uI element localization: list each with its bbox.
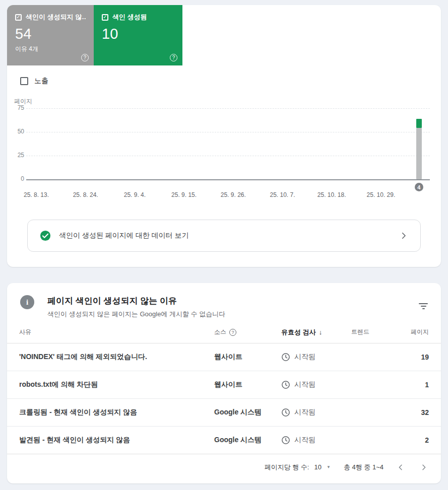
- source-cell: Google 시스템: [214, 408, 281, 417]
- x-tick-label: 25. 9. 4.: [124, 191, 146, 198]
- validation-status: 시작됨: [294, 353, 315, 362]
- pages-count-cell: 19: [402, 353, 429, 361]
- not-indexed-reasons-card: i 페이지 색인이 생성되지 않는 이유 색인이 생성되지 않은 페이지는 Go…: [7, 283, 441, 483]
- y-tick-label: 75: [11, 104, 24, 111]
- chip-value: 10: [102, 26, 174, 42]
- source-cell: 웹사이트: [214, 380, 281, 389]
- validation-cell: 시작됨: [281, 380, 351, 389]
- previous-page-button[interactable]: [397, 463, 405, 471]
- clock-icon: [281, 353, 290, 362]
- rows-per-page-label: 페이지당 행 수:: [265, 463, 309, 472]
- column-header-pages[interactable]: 페이지: [402, 328, 429, 336]
- column-header-source-label: 소스: [214, 328, 226, 336]
- sort-descending-icon: ↓: [319, 328, 323, 336]
- impressions-label: 노출: [34, 77, 48, 86]
- x-tick-label: 25. 10. 7.: [270, 191, 295, 198]
- source-cell: 웹사이트: [214, 353, 281, 362]
- clock-icon: [281, 380, 290, 389]
- validation-status: 시작됨: [294, 436, 315, 445]
- view-indexed-pages-banner[interactable]: 색인이 생성된 페이지에 대한 데이터 보기: [27, 220, 421, 252]
- reason-cell[interactable]: 크롤링됨 - 현재 색인이 생성되지 않음: [19, 408, 214, 417]
- validation-cell: 시작됨: [281, 436, 351, 445]
- help-icon[interactable]: ?: [81, 54, 89, 61]
- indexing-trend-chart: 페이지 7550250 25. 8. 13.25. 8. 24.25. 9. 4…: [7, 96, 441, 202]
- reasons-table-header: 사유 소스 ? 유효성 검사 ↓ 트렌드 페이지: [7, 321, 441, 343]
- x-tick-label: 25. 9. 15.: [171, 191, 197, 198]
- reasons-subtitle: 색인이 생성되지 않은 페이지는 Google에 게시할 수 없습니다: [47, 310, 428, 319]
- bar-segment-색인이 생성되지 않음[interactable]: [416, 128, 422, 179]
- info-icon: i: [20, 295, 34, 309]
- chip-reason-count: 이유 4개: [15, 45, 86, 53]
- chart-data-point-badge[interactable]: 4: [415, 183, 423, 191]
- pages-count-cell: 32: [402, 408, 429, 416]
- reasons-header: i 페이지 색인이 생성되지 않는 이유 색인이 생성되지 않은 페이지는 Go…: [7, 283, 441, 321]
- gridline-0: [26, 179, 430, 180]
- validation-status: 시작됨: [294, 380, 315, 389]
- chip-not-indexed[interactable]: ✓ 색인이 생성되지 않… 54 이유 4개 ?: [7, 5, 94, 65]
- column-header-trend[interactable]: 트렌드: [351, 328, 402, 336]
- gridline-75: [26, 108, 430, 109]
- validation-cell: 시작됨: [281, 353, 351, 362]
- x-tick-label: 25. 10. 29.: [367, 191, 396, 198]
- reasons-title: 페이지 색인이 생성되지 않는 이유: [47, 295, 428, 307]
- gridline-50: [26, 132, 430, 132]
- pagination-range-label: 총 4행 중 1~4: [344, 463, 383, 472]
- help-icon[interactable]: ?: [170, 54, 177, 61]
- clock-icon: [281, 436, 290, 445]
- column-header-source[interactable]: 소스 ?: [214, 328, 281, 336]
- bar-segment-색인 생성됨[interactable]: [416, 119, 422, 128]
- chip-label: 색인 생성됨: [112, 13, 147, 22]
- source-cell: Google 시스템: [214, 436, 281, 445]
- reason-cell[interactable]: 'NOINDEX' 태그에 의해 제외되었습니다.: [19, 353, 214, 362]
- rows-per-page-value: 10: [314, 463, 321, 471]
- y-tick-label: 50: [11, 128, 24, 135]
- x-tick-label: 25. 8. 13.: [24, 191, 49, 198]
- chip-checkbox-checked-icon[interactable]: ✓: [102, 14, 108, 21]
- chevron-left-icon: [397, 463, 405, 471]
- filter-icon[interactable]: [419, 303, 428, 310]
- column-header-validation[interactable]: 유효성 검사 ↓: [281, 328, 351, 337]
- reasons-table-body: 'NOINDEX' 태그에 의해 제외되었습니다. 웹사이트 시작됨 19 ro…: [7, 343, 441, 454]
- pages-count-cell: 2: [402, 436, 429, 444]
- chart-plot-area: [26, 108, 430, 179]
- chip-value: 54: [15, 26, 86, 42]
- validation-status: 시작됨: [294, 408, 315, 417]
- table-row[interactable]: 크롤링됨 - 현재 색인이 생성되지 않음 Google 시스템 시작됨 32: [7, 399, 441, 427]
- clock-icon: [281, 408, 290, 417]
- y-tick-label: 0: [11, 175, 24, 182]
- x-tick-label: 25. 10. 18.: [317, 191, 346, 198]
- validation-cell: 시작됨: [281, 408, 351, 417]
- table-row[interactable]: robots.txt에 의해 차단됨 웹사이트 시작됨 1: [7, 371, 441, 399]
- impressions-toggle[interactable]: 노출: [20, 77, 441, 86]
- checkbox-unchecked-icon[interactable]: [20, 77, 28, 85]
- chip-label: 색인이 생성되지 않…: [26, 13, 86, 22]
- help-icon[interactable]: ?: [229, 329, 236, 336]
- chip-indexed[interactable]: ✓ 색인 생성됨 10 ?: [94, 5, 182, 65]
- gridline-25: [26, 156, 430, 156]
- column-header-validation-label: 유효성 검사: [281, 328, 316, 337]
- chevron-right-icon: [420, 463, 428, 471]
- table-row[interactable]: 발견됨 - 현재 색인이 생성되지 않음 Google 시스템 시작됨 2: [7, 427, 441, 454]
- banner-label: 색인이 생성된 페이지에 대한 데이터 보기: [59, 231, 391, 240]
- check-circle-icon: [40, 230, 51, 241]
- reason-cell[interactable]: 발견됨 - 현재 색인이 생성되지 않음: [19, 436, 214, 445]
- x-tick-label: 25. 8. 24.: [73, 191, 98, 198]
- chip-checkbox-checked-icon[interactable]: ✓: [15, 14, 22, 21]
- y-tick-label: 25: [11, 152, 24, 159]
- x-tick-label: 25. 9. 26.: [221, 191, 246, 198]
- column-header-reason[interactable]: 사유: [19, 328, 214, 336]
- pages-count-cell: 1: [402, 381, 429, 389]
- indexing-overview-card: ✓ 색인이 생성되지 않… 54 이유 4개 ? ✓ 색인 생성됨 10 ? 노…: [7, 5, 441, 267]
- next-page-button[interactable]: [420, 463, 428, 471]
- dropdown-arrow-icon: ▼: [327, 465, 331, 469]
- summary-chip-row: ✓ 색인이 생성되지 않… 54 이유 4개 ? ✓ 색인 생성됨 10 ?: [7, 5, 441, 65]
- table-pagination: 페이지당 행 수: 10 ▼ 총 4행 중 1~4: [7, 454, 441, 480]
- table-row[interactable]: 'NOINDEX' 태그에 의해 제외되었습니다. 웹사이트 시작됨 19: [7, 343, 441, 371]
- rows-per-page-select[interactable]: 페이지당 행 수: 10 ▼: [265, 463, 331, 472]
- reason-cell[interactable]: robots.txt에 의해 차단됨: [19, 380, 214, 389]
- chevron-right-icon: [399, 231, 408, 240]
